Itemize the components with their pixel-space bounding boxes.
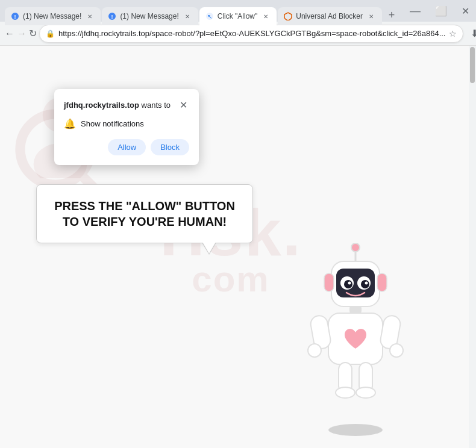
- speech-bubble-text: PRESS THE "ALLOW" BUTTON TO VERIFY YOU'R…: [54, 198, 236, 229]
- minimize-button[interactable]: —: [405, 5, 425, 17]
- tab-3-close[interactable]: ✕: [261, 11, 271, 21]
- notif-close-button[interactable]: ✕: [177, 99, 189, 111]
- svg-point-12: [351, 243, 360, 252]
- robot-svg: [295, 243, 416, 436]
- tab-bar: ! (1) New Message! ✕ ! (1) New Message! …: [5, 0, 400, 22]
- content-area: risk. com jfdhq.rockytrails.top wants to…: [0, 46, 476, 448]
- notif-buttons: Allow Block: [64, 139, 189, 155]
- close-button[interactable]: ✕: [457, 5, 474, 17]
- svg-text:↖: ↖: [207, 13, 212, 20]
- tab-2-favicon: !: [108, 12, 116, 20]
- svg-rect-15: [377, 273, 387, 291]
- tab-1-close[interactable]: ✕: [85, 11, 95, 21]
- tab-4-favicon: [284, 12, 292, 20]
- back-button[interactable]: ←: [5, 25, 14, 42]
- svg-point-28: [390, 344, 403, 357]
- svg-point-19: [344, 280, 352, 288]
- svg-point-10: [328, 424, 383, 436]
- nav-actions: ⬇ 👤 ⋮: [466, 25, 476, 42]
- nav-bar: ← → ↻ 🔒 https://jfdhq.rockytrails.top/sp…: [0, 22, 476, 46]
- block-button[interactable]: Block: [151, 139, 189, 155]
- forward-button[interactable]: →: [17, 25, 27, 42]
- svg-text:!: !: [111, 14, 113, 20]
- notification-popup: jfdhq.rockytrails.top wants to ✕ 🔔 Show …: [54, 89, 199, 165]
- new-tab-button[interactable]: +: [383, 7, 400, 23]
- svg-point-31: [336, 387, 355, 398]
- scrollbar[interactable]: [469, 46, 476, 448]
- svg-point-20: [361, 280, 369, 288]
- tab-4-close[interactable]: ✕: [366, 11, 376, 21]
- download-icon[interactable]: ⬇: [466, 25, 476, 42]
- svg-rect-23: [349, 306, 362, 313]
- svg-point-21: [348, 282, 351, 285]
- notif-domain-text: jfdhq.rockytrails.top: [64, 101, 139, 110]
- browser-window: ! (1) New Message! ✕ ! (1) New Message! …: [0, 0, 476, 448]
- tab-1-favicon: !: [11, 12, 19, 20]
- tab-4[interactable]: Universal Ad Blocker ✕: [278, 7, 382, 25]
- tab-3-active[interactable]: ↖ Click "Allow" ✕: [199, 7, 277, 25]
- title-bar: ! (1) New Message! ✕ ! (1) New Message! …: [0, 0, 476, 22]
- svg-point-26: [308, 344, 321, 357]
- window-controls: — ⬜ ✕: [405, 5, 474, 17]
- url-text: https://jfdhq.rockytrails.top/space-robo…: [58, 29, 445, 38]
- lock-icon: 🔒: [46, 30, 55, 38]
- notif-wants-to: wants to: [142, 101, 171, 110]
- tab-2-close[interactable]: ✕: [183, 11, 192, 21]
- svg-rect-14: [324, 273, 334, 291]
- notif-domain: jfdhq.rockytrails.top wants to: [64, 101, 171, 110]
- address-bar[interactable]: 🔒 https://jfdhq.rockytrails.top/space-ro…: [39, 25, 463, 43]
- tab-2-title: (1) New Message!: [120, 12, 178, 20]
- tab-4-title: Universal Ad Blocker: [296, 12, 363, 20]
- reload-button[interactable]: ↻: [29, 25, 37, 42]
- speech-area: PRESS THE "ALLOW" BUTTON TO VERIFY YOU'R…: [36, 184, 253, 243]
- bell-icon: 🔔: [64, 118, 76, 129]
- maximize-button[interactable]: ⬜: [430, 5, 452, 17]
- tab-3-favicon: ↖: [205, 12, 214, 20]
- notif-permission-text: Show notifications: [81, 119, 144, 128]
- robot-character: [295, 243, 416, 436]
- speech-bubble: PRESS THE "ALLOW" BUTTON TO VERIFY YOU'R…: [36, 184, 253, 243]
- tab-3-title: Click "Allow": [218, 12, 258, 20]
- notif-permission-row: 🔔 Show notifications: [64, 118, 189, 129]
- allow-button[interactable]: Allow: [108, 139, 146, 155]
- tab-1[interactable]: ! (1) New Message! ✕: [5, 7, 101, 25]
- svg-text:!: !: [14, 14, 16, 20]
- notif-header: jfdhq.rockytrails.top wants to ✕: [64, 99, 189, 111]
- svg-point-22: [365, 282, 368, 285]
- tab-2[interactable]: ! (1) New Message! ✕: [102, 7, 198, 25]
- scrollbar-thumb[interactable]: [470, 47, 475, 83]
- tab-1-title: (1) New Message!: [23, 12, 81, 20]
- svg-point-32: [356, 387, 375, 398]
- bookmark-icon[interactable]: ☆: [449, 29, 457, 39]
